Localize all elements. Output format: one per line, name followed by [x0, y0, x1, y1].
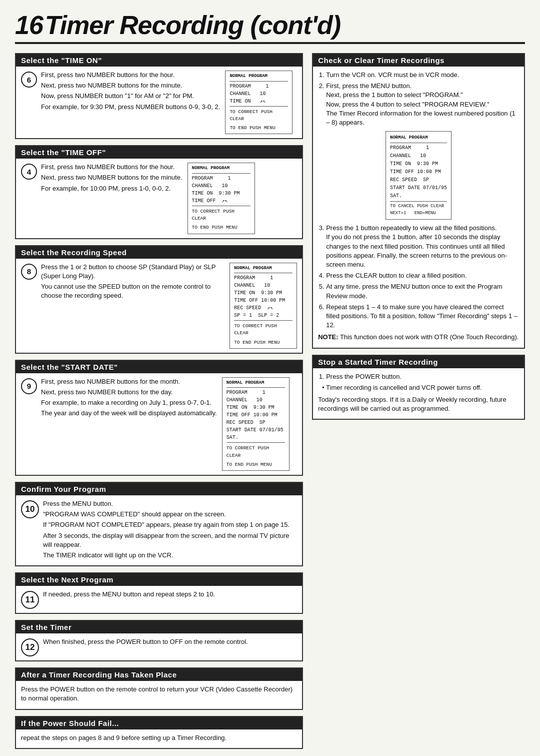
- step-circle-8: 8: [21, 264, 37, 280]
- section-power-fail-header: If the Power Should Fail...: [16, 717, 302, 729]
- display-channel-3: CHANNEL 10: [234, 282, 292, 289]
- time-off-inst-1: First, press two NUMBER buttons for the …: [41, 163, 182, 172]
- set-timer-content: When finished, press the POWER button to…: [43, 637, 297, 648]
- time-off-instructions: First, press two NUMBER buttons for the …: [41, 163, 182, 195]
- display-program-4: PROGRAM 1: [226, 389, 285, 396]
- stop-recording-note: Today's recording stops. If it is a Dail…: [318, 395, 519, 413]
- section-start-date-header: Select the "START DATE": [16, 361, 302, 373]
- recording-speed-instructions: Press the 1 or 2 button to choose SP (St…: [41, 263, 224, 302]
- display-normal-program-3: NORMAL PROGRAM: [234, 265, 292, 272]
- section-set-timer-header: Set the Timer: [16, 621, 302, 633]
- time-on-display: NORMAL PROGRAM PROGRAM 1 CHANNEL 10 TIME…: [225, 71, 292, 134]
- time-on-content: First, press two NUMBER buttons for the …: [41, 71, 297, 134]
- stop-recording-step-1: Press the POWER button.: [326, 372, 519, 381]
- display-timeoff-2: TIME OFF ↗↖: [192, 197, 250, 205]
- step-circle-6: 6: [21, 72, 37, 88]
- display-recspeed-5: REC SPEED SP: [390, 176, 447, 184]
- section-check-clear: Check or Clear Timer Recordings Turn the…: [312, 53, 525, 349]
- display-note-1a: TO CORRECT PUSH CLEAR: [230, 109, 288, 123]
- display-startdate-5: START DATE 07/01/95: [390, 184, 447, 192]
- stop-recording-list: Press the POWER button.: [318, 372, 519, 381]
- page-title: 16 Timer Recording (cont'd): [15, 10, 525, 44]
- check-clear-step-2: First, press the MENU button. Next, pres…: [326, 82, 519, 127]
- time-on-inst-2: Next, press two NUMBER buttons for the m…: [41, 81, 220, 90]
- page-number: 16: [15, 10, 43, 40]
- display-note-2a: TO CORRECT PUSH CLEAR: [192, 208, 250, 223]
- check-clear-step-1: Turn the VCR on. VCR must be in VCR mode…: [326, 71, 519, 80]
- section-recording-speed-header: Select the Recording Speed: [16, 246, 302, 259]
- display-startdate-4: START DATE 07/01/95: [226, 426, 285, 434]
- check-clear-list: Turn the VCR on. VCR must be in VCR mode…: [318, 71, 519, 127]
- section-power-fail: If the Power Should Fail... repeat the s…: [15, 716, 303, 749]
- start-date-inst-3: For example, to make a recording on July…: [41, 398, 217, 407]
- check-clear-step-3: Press the 1 button repeatedly to view al…: [326, 224, 519, 269]
- recording-speed-display: NORMAL PROGRAM PROGRAM 1 CHANNEL 10 TIME…: [230, 263, 297, 349]
- display-normal-program-5: NORMAL PROGRAM: [390, 134, 447, 141]
- title-text: Timer Recording (cont'd): [45, 10, 340, 40]
- display-sp-slp: SP = 1 SLP = 2: [234, 312, 292, 319]
- section-time-on-header: Select the "TIME ON": [16, 54, 302, 67]
- confirm-inst-3: If "PROGRAM NOT COMPLETED" appears, plea…: [43, 520, 297, 529]
- time-off-inst-2: Next, press two NUMBER buttons for the m…: [41, 173, 182, 182]
- display-channel-1: CHANNEL 10: [230, 90, 288, 98]
- display-channel-2: CHANNEL 10: [192, 182, 250, 190]
- recording-speed-inst-1: Press the 1 or 2 button to choose SP (St…: [41, 263, 224, 281]
- section-time-off: Select the "TIME OFF" 4 First, press two…: [15, 145, 303, 239]
- display-next-end-5: NEXT=1 END=MENU: [390, 210, 447, 217]
- step-circle-11: 11: [21, 591, 39, 609]
- start-date-inst-1: First, press two NUMBER buttons for the …: [41, 377, 217, 386]
- time-off-display: NORMAL PROGRAM PROGRAM 1 CHANNEL 10 TIME…: [188, 163, 255, 234]
- section-confirm: Confirm Your Program 10 Press the MENU b…: [15, 482, 303, 566]
- time-on-inst-3: Now, press NUMBER button "1" for AM or "…: [41, 92, 220, 101]
- section-after-recording-header: After a Timer Recording Has Taken Place: [16, 668, 302, 681]
- display-channel-5: CHANNEL 10: [390, 152, 447, 160]
- display-recspeed-4: REC SPEED SP: [226, 419, 285, 426]
- display-timeoff-5: TIME OFF 10:00 PM: [390, 168, 447, 176]
- display-normal-program-4: NORMAL PROGRAM: [226, 380, 285, 387]
- check-clear-step-4: Press the CLEAR button to clear a filled…: [326, 271, 519, 280]
- next-program-inst: If needed, press the MENU button and rep…: [43, 590, 297, 599]
- start-date-inst-2: Next, press two NUMBER buttons for the d…: [41, 388, 217, 397]
- display-timeon-2: TIME ON 9:30 PM: [192, 190, 250, 197]
- section-set-timer: Set the Timer 12 When finished, press th…: [15, 620, 303, 661]
- step-circle-4: 4: [21, 164, 37, 180]
- section-time-on: Select the "TIME ON" 6 First, press two …: [15, 53, 303, 139]
- section-after-recording: After a Timer Recording Has Taken Place …: [15, 667, 303, 709]
- step-circle-9: 9: [21, 378, 37, 394]
- display-program-5: PROGRAM 1: [390, 144, 447, 152]
- power-fail-inst: repeat the steps on pages 8 and 9 before…: [21, 733, 297, 742]
- display-program-3: PROGRAM 1: [234, 274, 292, 282]
- display-program-2: PROGRAM 1: [192, 175, 250, 182]
- section-recording-speed: Select the Recording Speed 8 Press the 1…: [15, 245, 303, 354]
- display-normal-program-1: NORMAL PROGRAM: [230, 73, 288, 80]
- recording-speed-inst-2: You cannot use the SPEED button on the r…: [41, 282, 224, 300]
- display-note-4a: TO CORRECT PUSH CLEAR: [226, 445, 285, 459]
- display-timeon-4: TIME ON 9:30 PM: [226, 404, 285, 411]
- start-date-instructions: First, press two NUMBER buttons for the …: [41, 377, 217, 420]
- display-note-4b: TO END PUSH MENU: [226, 461, 285, 468]
- display-note-1b: TO END PUSH MENU: [230, 125, 288, 132]
- time-off-content: First, press two NUMBER buttons for the …: [41, 163, 297, 234]
- display-timeoff-4: TIME OFF 10:00 PM: [226, 411, 285, 419]
- section-stop-recording-header: Stop a Started Timer Recording: [313, 356, 524, 368]
- display-timeon-3: TIME ON 9:30 PM: [234, 289, 292, 297]
- display-timeon-5: TIME ON 9:30 PM: [390, 160, 447, 168]
- left-column: Select the "TIME ON" 6 First, press two …: [15, 53, 303, 749]
- section-confirm-header: Confirm Your Program: [16, 483, 302, 495]
- section-next-program: Select the Next Program 11 If needed, pr…: [15, 572, 303, 614]
- check-clear-list-2: Press the 1 button repeatedly to view al…: [318, 224, 519, 330]
- confirm-inst-4: After 3 seconds, the display will disapp…: [43, 531, 297, 549]
- display-program-1: PROGRAM 1: [230, 83, 288, 90]
- step-circle-10: 10: [21, 500, 39, 518]
- display-normal-program-2: NORMAL PROGRAM: [192, 165, 250, 172]
- start-date-inst-4: The year and day of the week will be dis…: [41, 409, 217, 418]
- display-sat: SAT.: [226, 434, 285, 441]
- check-clear-step-5: At any time, press the MENU button once …: [326, 282, 519, 300]
- confirm-inst-2: "PROGRAM WAS COMPLETED" should appear on…: [43, 510, 297, 519]
- next-program-content: If needed, press the MENU button and rep…: [43, 590, 297, 600]
- time-on-inst-1: First, press two NUMBER buttons for the …: [41, 71, 220, 80]
- confirm-content: Press the MENU button. "PROGRAM WAS COMP…: [43, 499, 297, 561]
- after-recording-inst: Press the POWER button on the remote con…: [21, 685, 297, 703]
- stop-recording-bullet: • Timer recording is cancelled and VCR p…: [318, 383, 519, 392]
- check-clear-note: NOTE: This function does not work with O…: [318, 333, 519, 342]
